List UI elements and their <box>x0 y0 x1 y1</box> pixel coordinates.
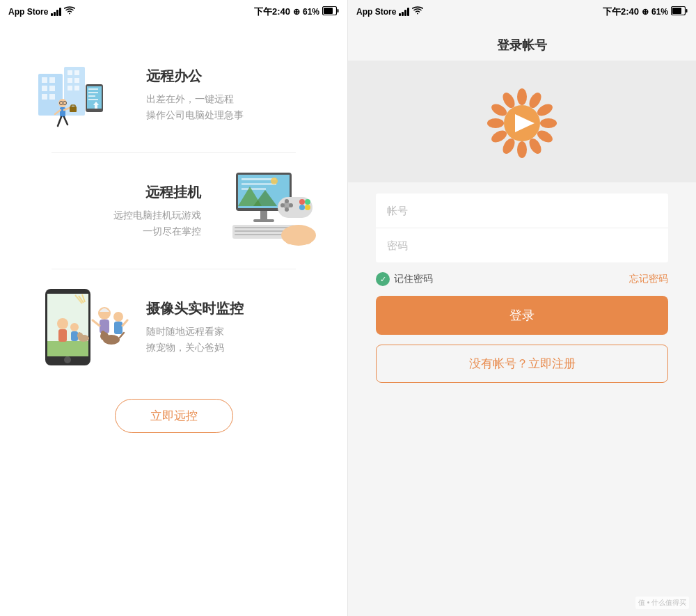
right-time: 下午2:40 <box>603 6 639 18</box>
left-time: 下午2:40 <box>254 6 290 18</box>
remember-label: 记住密码 <box>394 273 433 285</box>
svg-point-48 <box>299 199 305 205</box>
svg-point-75 <box>64 356 71 363</box>
left-battery-pct: 61% <box>303 7 319 17</box>
svg-point-98 <box>487 118 504 128</box>
remember-checkmark: ✓ <box>376 272 390 286</box>
idle-text: 远程挂机 远控电脑挂机玩游戏一切尽在掌控 <box>113 183 201 239</box>
svg-rect-14 <box>74 78 79 83</box>
camera-desc: 随时随地远程看家撩宠物，关心爸妈 <box>146 324 244 355</box>
svg-point-67 <box>70 323 79 331</box>
password-input[interactable] <box>376 228 668 262</box>
svg-rect-20 <box>88 92 98 93</box>
svg-rect-2 <box>324 8 333 14</box>
camera-text: 摄像头实时监控 随时随地远程看家撩宠物，关心爸妈 <box>146 299 244 355</box>
account-input[interactable] <box>376 194 668 228</box>
svg-point-50 <box>299 205 305 210</box>
left-status-left: App Store <box>8 6 75 17</box>
feature-remote-office: 远程办公 出差在外，一键远程操作公司电脑处理急事 <box>21 37 326 152</box>
svg-rect-39 <box>242 188 266 190</box>
remember-row: ✓ 记住密码 忘记密码 <box>376 262 668 296</box>
remember-left[interactable]: ✓ 记住密码 <box>376 272 433 286</box>
feature-camera: 摄像头实时监控 随时随地远程看家撩宠物，关心爸妈 <box>21 269 326 385</box>
left-panel: App Store 下午2:40 ⊕ 61% <box>0 0 348 616</box>
app-logo <box>487 88 557 158</box>
left-status-right: 下午2:40 ⊕ 61% <box>254 6 339 18</box>
svg-rect-25 <box>60 107 65 117</box>
svg-rect-53 <box>235 227 293 228</box>
svg-point-47 <box>289 203 293 207</box>
right-battery-icon <box>671 6 688 17</box>
feature-remote-idle: 远程挂机 远控电脑挂机玩游戏一切尽在掌控 <box>21 153 326 269</box>
office-illustration <box>21 49 132 140</box>
right-location-icon: ⊕ <box>642 7 649 17</box>
svg-line-27 <box>64 117 68 125</box>
svg-rect-22 <box>88 99 98 100</box>
svg-line-81 <box>122 320 127 326</box>
svg-point-89 <box>517 88 527 105</box>
svg-rect-60 <box>285 232 313 244</box>
office-text: 远程办公 出差在外，一键远程操作公司电脑处理急事 <box>146 67 244 123</box>
right-signal-icon <box>399 8 409 16</box>
camera-illustration <box>21 282 132 372</box>
login-button[interactable]: 登录 <box>376 296 668 335</box>
remote-illustration <box>215 166 326 256</box>
watermark: 值 • 什么值得买 <box>635 597 689 609</box>
left-location-icon: ⊕ <box>293 7 300 17</box>
svg-rect-13 <box>68 78 72 83</box>
login-title-text: 登录帐号 <box>497 38 547 52</box>
svg-line-78 <box>93 320 100 326</box>
register-button[interactable]: 没有帐号？立即注册 <box>376 345 668 383</box>
svg-point-71 <box>78 332 81 336</box>
svg-rect-11 <box>68 70 72 75</box>
login-form-area: ✓ 记住密码 忘记密码 登录 没有帐号？立即注册 <box>348 194 696 616</box>
svg-rect-9 <box>49 94 55 100</box>
svg-point-95 <box>517 141 527 158</box>
svg-point-45 <box>285 207 289 212</box>
svg-line-26 <box>58 117 61 126</box>
login-title: 登录帐号 <box>348 23 696 61</box>
form-area <box>376 194 668 262</box>
svg-point-84 <box>101 331 105 336</box>
svg-point-46 <box>280 203 285 207</box>
svg-rect-16 <box>74 86 79 90</box>
right-panel: App Store 下午2:40 ⊕ 61% <box>348 0 696 616</box>
svg-rect-1 <box>338 9 339 13</box>
idle-title: 远程挂机 <box>113 183 201 202</box>
svg-rect-66 <box>58 329 67 342</box>
camera-title: 摄像头实时监控 <box>146 299 244 318</box>
office-title: 远程办公 <box>146 67 244 86</box>
forgot-password-link[interactable]: 忘记密码 <box>629 273 668 285</box>
svg-rect-6 <box>42 86 47 91</box>
left-wifi-icon <box>64 6 75 17</box>
svg-rect-87 <box>686 9 688 13</box>
svg-rect-19 <box>88 88 98 90</box>
svg-point-49 <box>305 199 310 205</box>
remote-button[interactable]: 立即远控 <box>115 399 233 433</box>
office-desc: 出差在外，一键远程操作公司电脑处理急事 <box>146 91 244 123</box>
svg-rect-7 <box>49 86 55 91</box>
svg-rect-68 <box>71 331 78 341</box>
svg-point-65 <box>57 318 68 329</box>
right-wifi-icon <box>412 6 423 17</box>
svg-rect-64 <box>47 341 88 356</box>
right-status-right: 下午2:40 ⊕ 61% <box>603 6 688 18</box>
svg-rect-77 <box>100 319 109 333</box>
right-battery-pct: 61% <box>651 7 668 17</box>
svg-rect-80 <box>114 322 122 334</box>
svg-rect-4 <box>42 77 47 83</box>
bottom-btn-area: 立即远控 <box>101 385 247 447</box>
left-battery-icon <box>322 6 339 17</box>
left-signal-icon <box>51 8 61 16</box>
svg-rect-12 <box>74 70 79 75</box>
svg-rect-5 <box>49 77 55 83</box>
logo-container <box>348 61 696 182</box>
idle-desc: 远控电脑挂机玩游戏一切尽在掌控 <box>113 207 201 239</box>
svg-rect-41 <box>253 219 274 222</box>
svg-rect-88 <box>672 8 681 14</box>
svg-rect-40 <box>260 211 267 219</box>
svg-rect-21 <box>88 95 95 97</box>
svg-point-58 <box>271 177 278 184</box>
svg-point-51 <box>305 205 310 210</box>
svg-rect-15 <box>68 86 72 90</box>
